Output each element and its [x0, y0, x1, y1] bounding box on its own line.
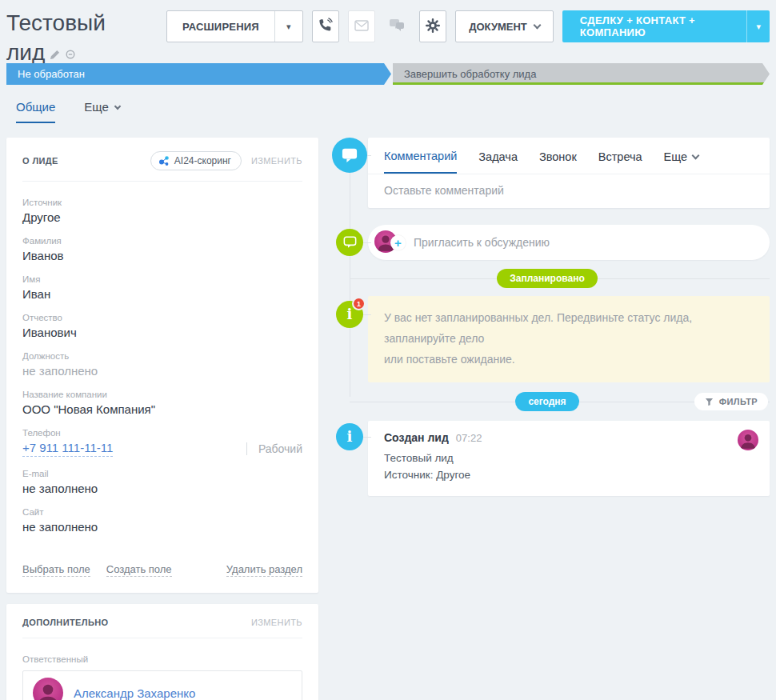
lead-stage-bar: Не обработан Завершить обработку лида — [6, 63, 770, 85]
section-title: О ЛИДЕ — [22, 156, 58, 166]
comment-bubble-icon — [332, 138, 367, 173]
invite-row: + Пригласить к обсуждению — [325, 225, 770, 260]
envelope-icon — [354, 20, 369, 34]
delete-section-link[interactable]: Удалить раздел — [226, 563, 302, 577]
chevron-down-icon — [533, 21, 541, 29]
planned-divider: Запланировано — [325, 269, 770, 288]
composer-tab-more[interactable]: Еще — [664, 150, 699, 174]
info-icon: i 1 — [336, 301, 363, 328]
timeline-entry-created: i Создан лид 07:22 Тестовый лид Источник… — [325, 421, 770, 496]
additional-fields: Ответственный Александр Захаренко Наблюд… — [6, 638, 318, 700]
ai-scoring-icon — [158, 155, 170, 166]
edit-title-icon[interactable] — [50, 38, 60, 67]
email-button[interactable] — [348, 10, 375, 42]
field-last-name: Фамилия Иванов — [22, 236, 302, 262]
about-lead-header: О ЛИДЕ AI24-скоринг ИЗМЕНИТЬ — [6, 138, 318, 181]
notice-row: i 1 У вас нет запланированных дел. Перед… — [325, 296, 770, 382]
chat-button[interactable] — [384, 10, 411, 42]
field-site: Сайт не заполнено — [22, 507, 302, 534]
chevron-down-icon — [114, 102, 121, 109]
gear-icon — [425, 18, 441, 36]
composer-tabs: Комментарий Задача Звонок Встреча Еще — [368, 138, 770, 174]
composer-row: Комментарий Задача Звонок Встреча Еще Ос… — [325, 138, 770, 208]
phone-type-label: Рабочий — [246, 442, 302, 455]
primary-dropdown-caret[interactable]: ▾ — [746, 10, 770, 42]
stage-finish-processing[interactable]: Завершить обработку лида — [393, 63, 770, 85]
settings-button[interactable] — [419, 10, 446, 42]
entry-title: Создан лид — [384, 431, 449, 444]
additional-header: ДОПОЛНИТЕЛЬНО ИЗМЕНИТЬ — [6, 604, 318, 638]
discussion-bubble-icon — [336, 229, 363, 256]
lead-details-column: О ЛИДЕ AI24-скоринг ИЗМЕНИТЬ — [6, 138, 318, 700]
today-badge: сегодня — [515, 392, 578, 411]
link-copy-icon[interactable] — [65, 38, 76, 67]
composer-tab-comment[interactable]: Комментарий — [384, 150, 457, 174]
field-responsible: Ответственный Александр Захаренко — [22, 654, 302, 700]
entry-line-title: Тестовый лид — [384, 450, 754, 467]
lead-detail-page: Тестовый лид РАСШИРЕНИЯ ▾ — [0, 0, 776, 700]
field-source: Источник Другое — [22, 198, 302, 224]
entry-time: 07:22 — [456, 432, 482, 444]
extensions-button[interactable]: РАСШИРЕНИЯ ▾ — [166, 10, 303, 42]
create-field-link[interactable]: Создать поле — [106, 563, 172, 577]
tab-general[interactable]: Общие — [16, 100, 55, 123]
info-icon: i — [336, 423, 363, 450]
responsible-user-link[interactable]: Александр Захаренко — [74, 686, 195, 700]
additional-edit-link[interactable]: ИЗМЕНИТЬ — [251, 618, 302, 627]
create-deal-contact-company-button[interactable]: СДЕЛКУ + КОНТАКТ + КОМПАНИЮ ▾ — [562, 10, 770, 42]
ai-scoring-button[interactable]: AI24-скоринг — [150, 151, 242, 170]
field-position: Должность не заполнено — [22, 351, 302, 378]
today-divider: сегодня ФИЛЬТР — [325, 392, 770, 411]
document-button[interactable]: ДОКУМЕНТ — [455, 10, 554, 42]
about-edit-link[interactable]: ИЗМЕНИТЬ — [251, 156, 302, 166]
phone-number-link[interactable]: +7 911 111-11-11 — [22, 441, 113, 457]
composer-tab-meeting[interactable]: Встреча — [598, 150, 642, 174]
main-area: О ЛИДЕ AI24-скоринг ИЗМЕНИТЬ — [6, 138, 770, 700]
stage-not-processed[interactable]: Не обработан — [6, 63, 391, 85]
page-header: Тестовый лид РАСШИРЕНИЯ ▾ — [6, 0, 770, 61]
field-phone: Телефон +7 911 111-11-11 Рабочий — [22, 428, 302, 457]
avatar — [33, 678, 63, 700]
about-lead-card: О ЛИДЕ AI24-скоринг ИЗМЕНИТЬ — [6, 138, 318, 593]
invite-to-discussion-button[interactable]: + Пригласить к обсуждению — [368, 225, 770, 260]
chat-bubbles-icon — [389, 18, 405, 34]
filter-button[interactable]: ФИЛЬТР — [694, 393, 768, 410]
comment-input[interactable]: Оставьте комментарий — [368, 174, 770, 208]
phone-icon — [318, 18, 333, 35]
header-actions: РАСШИРЕНИЯ ▾ — [166, 10, 770, 42]
page-title-block: Тестовый лид — [6, 8, 149, 67]
chevron-down-icon — [692, 151, 700, 159]
view-tabs: Общие Еще — [6, 85, 770, 123]
about-lead-footer: Выбрать поле Создать поле Удалить раздел — [6, 554, 318, 593]
planned-badge[interactable]: Запланировано — [497, 269, 598, 288]
composer-tab-task[interactable]: Задача — [478, 150, 518, 174]
field-company-name: Название компании ООО "Новая Компания" — [22, 390, 302, 416]
select-field-link[interactable]: Выбрать поле — [22, 563, 90, 577]
additional-card: ДОПОЛНИТЕЛЬНО ИЗМЕНИТЬ Ответственный Але… — [6, 604, 318, 700]
add-participant-icon: + — [390, 235, 406, 250]
field-email: E-mail не заполнено — [22, 469, 302, 495]
timeline-column: Комментарий Задача Звонок Встреча Еще Ос… — [325, 138, 770, 618]
field-middle-name: Отчество Иванович — [22, 313, 302, 339]
composer-tab-call[interactable]: Звонок — [539, 150, 577, 174]
section-title: ДОПОЛНИТЕЛЬНО — [22, 618, 109, 627]
entry-line-source: Источник: Другое — [384, 467, 754, 484]
created-lead-card[interactable]: Создан лид 07:22 Тестовый лид Источник: … — [368, 421, 770, 496]
no-planned-activities-notice: У вас нет запланированных дел. Передвинь… — [368, 296, 770, 382]
avatar — [738, 430, 758, 450]
extensions-dropdown-caret[interactable]: ▾ — [274, 11, 302, 42]
notification-count-badge: 1 — [352, 297, 366, 310]
about-lead-fields: Источник Другое Фамилия Иванов Имя Иван … — [6, 182, 318, 554]
tab-more[interactable]: Еще — [84, 100, 120, 122]
field-first-name: Имя Иван — [22, 274, 302, 301]
activity-composer: Комментарий Задача Звонок Встреча Еще Ос… — [368, 138, 770, 208]
funnel-icon — [705, 398, 714, 406]
call-button[interactable] — [312, 10, 339, 42]
responsible-user-box[interactable]: Александр Захаренко — [22, 670, 302, 700]
